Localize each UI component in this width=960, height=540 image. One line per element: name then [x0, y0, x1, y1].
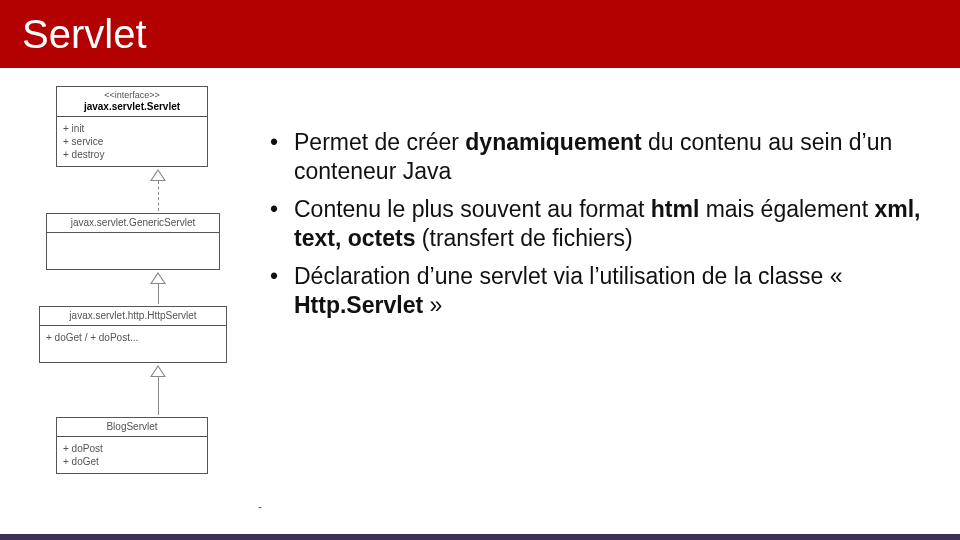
- arrowhead-icon: [150, 272, 166, 284]
- operation: + service: [63, 136, 201, 147]
- uml-box-body: + doPost + doGet: [57, 437, 207, 473]
- generalization-arrow: [56, 365, 260, 415]
- solid-line: [158, 284, 159, 304]
- operation: + doGet: [63, 456, 201, 467]
- uml-box-header: javax.servlet.GenericServlet: [47, 214, 219, 233]
- uml-box-header: <<interface>> javax.servlet.Servlet: [57, 87, 207, 117]
- uml-diagram: <<interface>> javax.servlet.Servlet + in…: [0, 68, 260, 474]
- stereotype-label: <<interface>>: [61, 90, 203, 101]
- arrowhead-icon: [150, 365, 166, 377]
- operation: + doPost: [63, 443, 201, 454]
- uml-box-header: BlogServlet: [57, 418, 207, 437]
- class-name: javax.servlet.GenericServlet: [51, 217, 215, 229]
- bullet-item: Contenu le plus souvent au format html m…: [270, 195, 930, 254]
- text: mais également: [699, 196, 874, 222]
- generalization-arrow: [56, 272, 260, 304]
- uml-box-body: + doGet / + doPost...: [40, 326, 226, 362]
- bullet-item: Déclaration d’une servlet via l’utilisat…: [270, 262, 930, 321]
- slide-title: Servlet: [22, 12, 147, 57]
- bullet-list: Permet de créer dynamiquement du contenu…: [270, 128, 930, 321]
- text: Contenu le plus souvent au format: [294, 196, 651, 222]
- class-name: javax.servlet.http.HttpServlet: [44, 310, 222, 322]
- uml-box-body: + init + service + destroy: [57, 117, 207, 166]
- uml-blog-servlet: BlogServlet + doPost + doGet: [56, 417, 208, 474]
- bold-text: Http.Servlet: [294, 292, 423, 318]
- content-area: <<interface>> javax.servlet.Servlet + in…: [0, 68, 960, 474]
- operation: + destroy: [63, 149, 201, 160]
- stray-mark: -: [258, 500, 262, 514]
- realization-arrow: [56, 169, 260, 211]
- text: »: [423, 292, 442, 318]
- uml-box-header: javax.servlet.http.HttpServlet: [40, 307, 226, 326]
- class-name: javax.servlet.Servlet: [61, 101, 203, 113]
- bullet-text: Permet de créer dynamiquement du contenu…: [260, 68, 960, 329]
- text: Déclaration d’une servlet via l’utilisat…: [294, 263, 842, 289]
- dashed-line: [158, 181, 159, 211]
- operation: + init: [63, 123, 201, 134]
- solid-line: [158, 377, 159, 415]
- bold-text: dynamiquement: [465, 129, 641, 155]
- class-name: BlogServlet: [61, 421, 203, 433]
- text: (transfert de fichiers): [415, 225, 632, 251]
- footer-bar: [0, 534, 960, 540]
- bold-text: html: [651, 196, 700, 222]
- title-bar: Servlet: [0, 0, 960, 68]
- uml-generic-servlet: javax.servlet.GenericServlet: [46, 213, 220, 270]
- operation: + doGet / + doPost...: [46, 332, 220, 343]
- uml-http-servlet: javax.servlet.http.HttpServlet + doGet /…: [39, 306, 227, 363]
- bullet-item: Permet de créer dynamiquement du contenu…: [270, 128, 930, 187]
- arrowhead-icon: [150, 169, 166, 181]
- uml-interface-servlet: <<interface>> javax.servlet.Servlet + in…: [56, 86, 208, 167]
- uml-box-body: [47, 233, 219, 269]
- text: Permet de créer: [294, 129, 465, 155]
